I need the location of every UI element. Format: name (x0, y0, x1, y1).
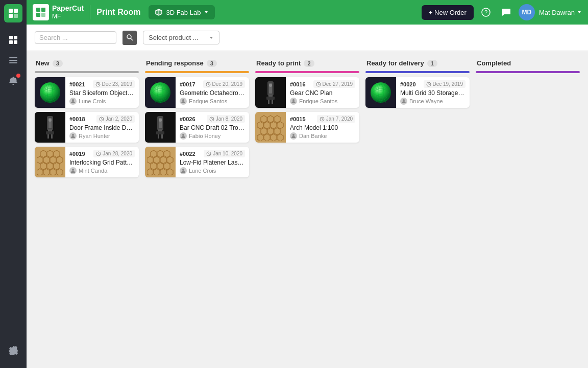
card-meta: #0016 Dec 27, 2019 (290, 80, 355, 88)
table-row[interactable]: #0022 Jan 10, 2020 Low-Fid Platener Lase… (145, 147, 249, 177)
search-container (35, 31, 116, 44)
cnc-thumb (37, 114, 63, 141)
clock-icon (320, 117, 325, 122)
table-row[interactable]: #0026 Jan 8, 2020 Bar CNC Draft 02 Troll… (145, 112, 249, 143)
sidebar-logo (4, 4, 22, 22)
svg-point-101 (269, 84, 272, 87)
svg-line-73 (212, 119, 213, 120)
card-body: #0016 Dec 27, 2019 Gear CNC Plan Enrique… (286, 77, 359, 108)
person-icon (401, 99, 406, 104)
card-date: Dec 27, 2019 (313, 80, 356, 88)
svg-point-57 (72, 169, 74, 171)
svg-point-26 (72, 99, 74, 101)
user-avatar-small (180, 167, 187, 174)
card-id: #0017 (180, 81, 195, 87)
card-body: #0020 Dec 19, 2019 Multi Grid 30 Storage… (396, 77, 470, 108)
table-row[interactable]: #0015 Jan 7, 2020 Arch Model 1:100 Dan B… (255, 112, 359, 143)
table-row[interactable]: #0016 Dec 27, 2019 Gear CNC Plan Enrique… (255, 77, 359, 108)
user-name-label: Lune Crois (79, 98, 106, 104)
card-title: Star Sliceform Object Inter... (69, 89, 135, 97)
search-input[interactable] (39, 34, 112, 41)
sphere-thumb (37, 79, 63, 106)
card-id: #0021 (69, 81, 85, 87)
person-icon (291, 99, 296, 104)
svg-rect-99 (268, 100, 270, 104)
card-id: #0016 (290, 81, 306, 87)
card-meta: #0015 Jan 7, 2020 (290, 115, 355, 123)
cnc-thumb (147, 114, 174, 141)
column-ready-print: Ready to print 2 #0016 Dec 27, 2019 (255, 59, 359, 360)
table-row[interactable]: #0021 Dec 23, 2019 Star Sliceform Object… (35, 77, 139, 108)
column-bar (476, 71, 580, 73)
svg-rect-6 (9, 40, 13, 44)
svg-rect-4 (9, 36, 13, 39)
clock-icon (206, 82, 211, 87)
card-meta: #0026 Jan 8, 2020 (180, 115, 245, 123)
sidebar-item-grid[interactable] (4, 31, 22, 49)
svg-rect-100 (272, 100, 273, 104)
clock-icon (99, 117, 104, 122)
search-button[interactable] (122, 31, 137, 45)
sidebar-item-list[interactable] (4, 51, 22, 70)
clock-icon (96, 151, 101, 156)
column-title: Completed (477, 59, 511, 67)
product-select[interactable]: Select product ... (143, 31, 219, 44)
chat-icon (502, 8, 511, 17)
fab-lab-label: 3D Fab Lab (166, 9, 201, 16)
card-date: Dec 19, 2019 (424, 80, 466, 88)
card-meta: #0017 Dec 20, 2019 (180, 80, 245, 88)
card-date: Jan 28, 2020 (93, 150, 135, 157)
column-header: Ready for delivery 1 (365, 59, 470, 67)
card-user: Lune Crois (180, 167, 245, 174)
person-icon (70, 168, 76, 173)
person-icon (291, 133, 296, 139)
cards-container: #0016 Dec 27, 2019 Gear CNC Plan Enrique… (255, 77, 359, 143)
table-row[interactable]: #0020 Dec 19, 2019 Multi Grid 30 Storage… (365, 77, 470, 108)
table-row[interactable]: #0018 Jan 2, 2020 Door Frame Inside Desi… (35, 112, 139, 143)
card-user: Dan Banke (290, 132, 355, 140)
help-button[interactable]: ? (478, 4, 494, 20)
sidebar-item-notifications[interactable] (4, 72, 22, 90)
person-icon (70, 133, 76, 139)
card-date: Jan 2, 2020 (96, 115, 135, 123)
column-bar (255, 71, 359, 73)
user-avatar-small (69, 132, 77, 140)
user-name-label: Mint Canda (79, 168, 107, 174)
column-bar (35, 71, 139, 73)
logo-text: PaperCut MF (52, 5, 84, 20)
clock-icon (426, 82, 431, 87)
svg-rect-5 (14, 36, 17, 39)
table-row[interactable]: #0017 Dec 20, 2019 Geometric Octahedron … (145, 77, 249, 108)
svg-rect-33 (51, 134, 53, 139)
table-row[interactable]: #0019 Jan 28, 2020 Interlocking Grid Pat… (35, 147, 139, 177)
card-body: #0026 Jan 8, 2020 Bar CNC Draft 02 Troll… (176, 112, 249, 143)
user-avatar-small (400, 98, 407, 105)
column-header: Pending response 3 (145, 59, 249, 67)
sidebar-item-settings[interactable] (4, 341, 22, 360)
dropdown-icon (204, 10, 209, 15)
card-title: Arch Model 1:100 (290, 124, 355, 131)
fab-lab-button[interactable]: 3D Fab Lab (149, 5, 215, 19)
column-new: New 3 #0021 (35, 59, 139, 360)
honeycomb-thumb (37, 149, 63, 175)
svg-point-34 (48, 119, 52, 122)
user-dropdown-icon (577, 10, 582, 15)
card-id: #0015 (290, 116, 306, 122)
new-order-button[interactable]: + New Order (422, 5, 474, 20)
card-id: #0022 (180, 151, 195, 157)
user-avatar-small (290, 98, 297, 105)
svg-line-56 (99, 154, 100, 154)
card-title: Geometric Octahedron Sh... (180, 89, 245, 97)
sphere-thumb (368, 79, 394, 106)
card-user: Mint Canda (69, 167, 135, 174)
svg-point-62 (182, 99, 184, 101)
user-avatar-small (69, 167, 77, 174)
svg-rect-10 (9, 62, 17, 63)
user-name-label: Bruce Wayne (409, 98, 443, 104)
column-title: Ready to print (256, 59, 301, 67)
header-right: + New Order ? MD Mat Dawran (422, 4, 582, 20)
chat-button[interactable] (498, 4, 514, 20)
user-name-button[interactable]: Mat Dawran (539, 9, 582, 16)
svg-rect-97 (268, 95, 273, 97)
main-content: PaperCut MF Print Room 3D Fab Lab + New … (27, 0, 588, 368)
